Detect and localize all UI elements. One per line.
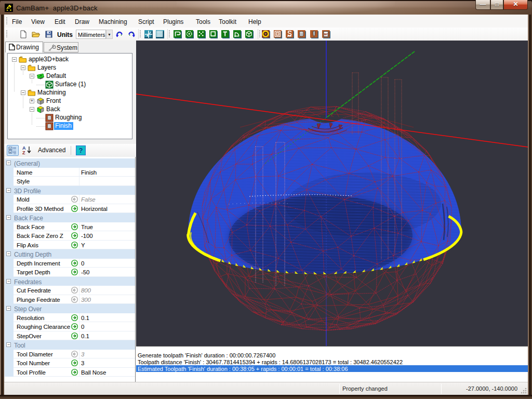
svg-text:+: + (9, 151, 11, 154)
svg-text:+: + (9, 147, 11, 150)
svg-text:MC: MC (324, 33, 329, 36)
svg-text:Z: Z (22, 150, 25, 155)
